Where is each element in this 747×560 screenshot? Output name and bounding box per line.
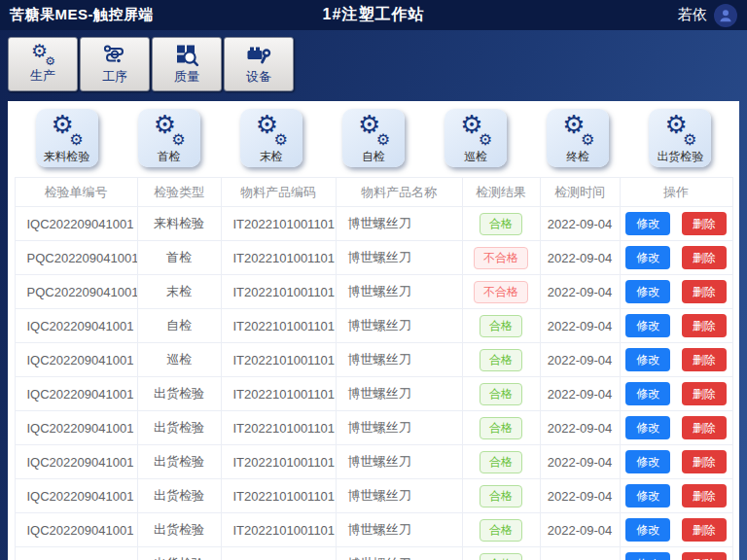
- result-cell: 合格: [462, 547, 540, 560]
- order-no-cell: PQC202209041001: [15, 241, 137, 275]
- order-no-cell: IQC202209041001: [15, 513, 137, 547]
- delete-button[interactable]: 删除: [682, 552, 727, 560]
- order-no-cell: IQC202209041001: [15, 377, 137, 411]
- result-cell: 合格: [462, 309, 540, 343]
- delete-button[interactable]: 删除: [682, 518, 727, 542]
- column-header: 操作: [620, 178, 732, 207]
- gears-icon: ⚙⚙: [152, 117, 187, 146]
- result-badge: 不合格: [474, 247, 528, 269]
- inspection-shortcut-card[interactable]: ⚙⚙ 巡检: [445, 109, 507, 167]
- delete-button[interactable]: 删除: [682, 484, 727, 508]
- table-header-row: 检验单编号检验类型物料产品编码物料产品名称检测结果检测时间操作: [15, 178, 732, 207]
- inspection-shortcut-card[interactable]: ⚙⚙ 自检: [342, 109, 405, 167]
- actions-cell: 修改 删除: [620, 411, 732, 445]
- inspection-shortcut-label: 来料检验: [44, 149, 90, 165]
- table-row: IQC202209041001 来料检验 IT2022101001101 博世螺…: [15, 207, 732, 241]
- inspection-type-cell: 出货检验: [137, 547, 221, 560]
- result-cell: 合格: [462, 343, 540, 377]
- edit-button[interactable]: 修改: [625, 552, 670, 560]
- column-header: 物料产品编码: [221, 178, 336, 207]
- delete-button[interactable]: 删除: [682, 416, 727, 439]
- result-cell: 不合格: [462, 241, 540, 275]
- inspection-shortcut-card[interactable]: ⚙⚙ 末检: [240, 109, 302, 167]
- actions-cell: 修改 删除: [620, 207, 732, 241]
- material-code-cell: IT2022101001101: [221, 241, 336, 275]
- time-cell: 2022-09-04: [540, 343, 620, 377]
- inspection-shortcut-card[interactable]: ⚙⚙ 出货检验: [649, 109, 711, 167]
- tab-quality[interactable]: 质量: [152, 37, 222, 91]
- inspection-shortcut-card[interactable]: ⚙⚙ 首检: [138, 109, 200, 167]
- edit-button[interactable]: 修改: [625, 314, 670, 337]
- inspection-type-cell: 出货检验: [137, 513, 221, 547]
- table-row: IQC202209041001 出货检验 IT2022101001101 博世螺…: [15, 445, 732, 479]
- edit-button[interactable]: 修改: [625, 416, 670, 439]
- username: 若依: [678, 6, 707, 24]
- edit-button[interactable]: 修改: [625, 212, 670, 235]
- inspection-type-cell: 末检: [137, 275, 221, 309]
- table-row: IQC202209041001 出货检验 IT2022101001101 博世螺…: [15, 377, 732, 411]
- material-code-cell: IT2022101001101: [221, 377, 336, 411]
- material-name-cell: 博世螺丝刀: [336, 547, 462, 560]
- result-badge: 合格: [480, 213, 522, 235]
- tab-label: 设备: [246, 68, 271, 86]
- material-code-cell: IT2022101001101: [221, 275, 336, 309]
- edit-button[interactable]: 修改: [625, 518, 670, 542]
- gears-icon: ⚙⚙: [458, 117, 493, 146]
- order-no-cell: PQC202209041001: [15, 275, 137, 309]
- result-badge: 合格: [480, 315, 522, 337]
- time-cell: 2022-09-04: [540, 411, 620, 445]
- top-bar: 苦糖果MES-触控屏端 1#注塑工作站 若依: [0, 0, 747, 30]
- material-code-cell: IT2022101001101: [221, 309, 336, 343]
- tab-production[interactable]: ⚙⚙ 生产: [8, 37, 78, 91]
- table-row: IQC202209041001 出货检验 IT2022101001101 博世螺…: [15, 479, 732, 513]
- time-cell: 2022-09-04: [540, 275, 620, 309]
- result-badge: 合格: [480, 485, 522, 508]
- edit-button[interactable]: 修改: [625, 280, 670, 303]
- inspection-type-cell: 出货检验: [137, 411, 221, 445]
- order-no-cell: IQC202209041001: [15, 309, 137, 343]
- app-title: 苦糖果MES-触控屏端: [10, 6, 154, 24]
- gears-icon: ⚙⚙: [356, 117, 391, 146]
- tab-process[interactable]: 工序: [80, 37, 150, 91]
- time-cell: 2022-09-04: [540, 479, 620, 513]
- tab-label: 质量: [174, 68, 199, 86]
- delete-button[interactable]: 删除: [682, 246, 727, 269]
- delete-button[interactable]: 删除: [682, 314, 727, 337]
- inspection-shortcut-card[interactable]: ⚙⚙ 来料检验: [36, 109, 98, 167]
- edit-button[interactable]: 修改: [625, 450, 670, 473]
- result-badge: 合格: [480, 553, 522, 560]
- delete-button[interactable]: 删除: [682, 280, 727, 303]
- edit-button[interactable]: 修改: [625, 246, 670, 269]
- process-flow-icon: [102, 44, 127, 67]
- material-code-cell: IT2022101001101: [221, 513, 336, 547]
- table-row: IQC202209041001 出货检验 IT2022101001101 博世螺…: [15, 411, 732, 445]
- delete-button[interactable]: 删除: [682, 348, 727, 371]
- edit-button[interactable]: 修改: [625, 348, 670, 371]
- actions-cell: 修改 删除: [620, 275, 732, 309]
- inspection-shortcut-card[interactable]: ⚙⚙ 终检: [547, 109, 609, 167]
- time-cell: 2022-09-04: [540, 513, 620, 547]
- actions-cell: 修改 删除: [620, 513, 732, 547]
- tab-equipment[interactable]: 设备: [224, 37, 294, 91]
- order-no-cell: IQC202209041001: [15, 479, 137, 513]
- inspection-shortcut-label: 出货检验: [657, 149, 703, 165]
- result-cell: 不合格: [462, 275, 540, 309]
- inspection-type-cell: 首检: [137, 241, 221, 275]
- delete-button[interactable]: 删除: [682, 382, 727, 405]
- gears-icon: ⚙⚙: [560, 117, 595, 146]
- column-header: 物料产品名称: [336, 178, 462, 207]
- edit-button[interactable]: 修改: [625, 382, 670, 405]
- gears-icon: ⚙⚙: [50, 117, 85, 146]
- edit-button[interactable]: 修改: [625, 484, 670, 508]
- inspection-shortcut-label: 自检: [362, 149, 385, 165]
- delete-button[interactable]: 删除: [682, 450, 727, 473]
- user-avatar-icon[interactable]: [714, 4, 737, 27]
- inspection-table: 检验单编号检验类型物料产品编码物料产品名称检测结果检测时间操作 IQC20220…: [15, 177, 733, 560]
- inspection-type-cell: 来料检验: [137, 207, 221, 241]
- inspection-shortcut-label: 终检: [566, 149, 589, 165]
- user-area: 若依: [678, 4, 737, 27]
- time-cell: 2022-09-04: [540, 445, 620, 479]
- result-cell: 合格: [462, 513, 540, 547]
- material-name-cell: 博世螺丝刀: [336, 207, 462, 241]
- delete-button[interactable]: 删除: [682, 212, 727, 235]
